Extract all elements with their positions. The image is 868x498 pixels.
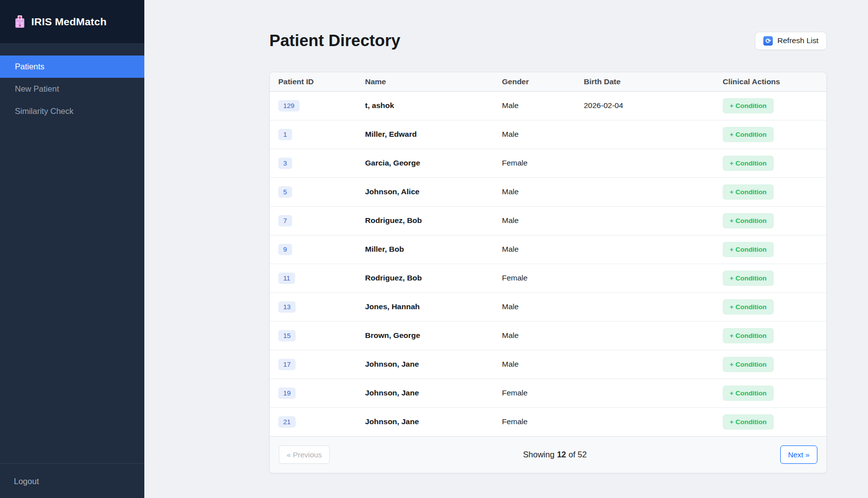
patient-birth-date [584, 264, 723, 292]
app-window: IRIS MedMatch Patients New Patient Simil… [0, 0, 868, 498]
showing-prefix: Showing [523, 450, 555, 459]
brand: IRIS MedMatch [0, 0, 144, 43]
sidebar-item-patients[interactable]: Patients [0, 55, 144, 78]
patient-gender: Male [502, 321, 584, 350]
patient-id-badge[interactable]: 9 [278, 244, 292, 255]
sidebar: IRIS MedMatch Patients New Patient Simil… [0, 0, 144, 498]
sidebar-item-new-patient[interactable]: New Patient [0, 78, 144, 100]
table-row: 7Rodriguez, BobMale+ Condition [270, 206, 826, 235]
sidebar-nav: Patients New Patient Similarity Check [0, 55, 144, 122]
patient-name: Jones, Hannah [365, 302, 420, 311]
page-header: Patient Directory ⟳ Refresh List [269, 31, 827, 50]
patient-birth-date [584, 177, 723, 206]
patient-birth-date [584, 149, 723, 177]
patient-gender: Female [502, 407, 584, 436]
pagination-bar: « Previous Showing 12 of 52 Next » [270, 436, 826, 473]
showing-count: 12 [557, 450, 566, 459]
brand-title: IRIS MedMatch [31, 16, 107, 28]
table-header-row: Patient ID Name Gender Birth Date Clinic… [270, 72, 826, 91]
patient-birth-date [584, 407, 723, 436]
patient-name: Johnson, Jane [365, 388, 419, 397]
add-condition-button[interactable]: + Condition [723, 156, 774, 171]
refresh-list-label: Refresh List [777, 36, 818, 45]
patient-birth-date [584, 379, 723, 407]
patient-id-badge[interactable]: 129 [278, 100, 300, 111]
showing-suffix: of 52 [568, 450, 587, 459]
patient-gender: Male [502, 206, 584, 235]
patient-gender: Female [502, 264, 584, 292]
logout-link[interactable]: Logout [14, 477, 39, 486]
patient-gender: Male [502, 292, 584, 321]
patient-id-badge[interactable]: 7 [278, 215, 292, 226]
table-row: 3Garcia, GeorgeFemale+ Condition [270, 149, 826, 177]
patient-name: t, ashok [365, 101, 394, 110]
add-condition-button[interactable]: + Condition [723, 271, 774, 286]
sidebar-footer: Logout [0, 463, 144, 498]
patient-gender: Male [502, 235, 584, 264]
patient-id-badge[interactable]: 5 [278, 186, 292, 198]
add-condition-button[interactable]: + Condition [723, 357, 774, 372]
patient-id-badge[interactable]: 21 [278, 416, 296, 428]
patient-name: Johnson, Jane [365, 417, 419, 426]
patient-id-badge[interactable]: 3 [278, 158, 292, 169]
patient-birth-date: 2026-02-04 [584, 91, 723, 120]
page-title: Patient Directory [269, 31, 400, 50]
patient-name: Miller, Bob [365, 245, 404, 253]
main-content: Patient Directory ⟳ Refresh List Patient… [144, 0, 868, 498]
hospital-icon [14, 15, 26, 28]
table-row: 21Johnson, JaneFemale+ Condition [270, 407, 826, 436]
col-birth-date: Birth Date [584, 72, 723, 91]
patient-birth-date [584, 292, 723, 321]
table-row: 129t, ashokMale2026-02-04+ Condition [270, 91, 826, 120]
patient-gender: Male [502, 350, 584, 379]
table-row: 1Miller, EdwardMale+ Condition [270, 120, 826, 149]
patient-id-badge[interactable]: 13 [278, 301, 296, 313]
table-row: 11Rodriguez, BobFemale+ Condition [270, 264, 826, 292]
patient-gender: Male [502, 177, 584, 206]
patient-name: Rodriguez, Bob [365, 216, 422, 224]
patient-birth-date [584, 350, 723, 379]
add-condition-button[interactable]: + Condition [723, 386, 774, 401]
add-condition-button[interactable]: + Condition [723, 299, 774, 315]
next-page-button[interactable]: Next » [780, 445, 817, 464]
patient-gender: Female [502, 149, 584, 177]
patient-id-badge[interactable]: 1 [278, 129, 292, 140]
patient-id-badge[interactable]: 15 [278, 330, 296, 341]
patient-table: Patient ID Name Gender Birth Date Clinic… [270, 72, 826, 436]
add-condition-button[interactable]: + Condition [723, 213, 774, 228]
add-condition-button[interactable]: + Condition [723, 328, 774, 343]
patient-table-card: Patient ID Name Gender Birth Date Clinic… [269, 72, 827, 473]
table-row: 13Jones, HannahMale+ Condition [270, 292, 826, 321]
col-gender: Gender [502, 72, 584, 91]
refresh-icon: ⟳ [763, 36, 773, 46]
col-clinical-actions: Clinical Actions [723, 72, 826, 91]
add-condition-button[interactable]: + Condition [723, 242, 774, 257]
refresh-list-button[interactable]: ⟳ Refresh List [755, 32, 827, 50]
table-row: 9Miller, BobMale+ Condition [270, 235, 826, 264]
patient-gender: Male [502, 91, 584, 120]
table-row: 15Brown, GeorgeMale+ Condition [270, 321, 826, 350]
table-row: 17Johnson, JaneMale+ Condition [270, 350, 826, 379]
add-condition-button[interactable]: + Condition [723, 98, 774, 113]
table-row: 5Johnson, AliceMale+ Condition [270, 177, 826, 206]
patient-name: Johnson, Jane [365, 360, 419, 368]
patient-birth-date [584, 321, 723, 350]
col-name: Name [365, 72, 502, 91]
patient-gender: Male [502, 120, 584, 149]
patient-id-badge[interactable]: 17 [278, 359, 296, 370]
patient-name: Brown, George [365, 331, 420, 339]
showing-text: Showing 12 of 52 [330, 450, 780, 459]
patient-birth-date [584, 206, 723, 235]
previous-page-button[interactable]: « Previous [279, 445, 330, 464]
patient-name: Miller, Edward [365, 130, 417, 138]
patient-id-badge[interactable]: 11 [278, 273, 295, 284]
table-row: 19Johnson, JaneFemale+ Condition [270, 379, 826, 407]
patient-name: Garcia, George [365, 159, 420, 167]
col-patient-id: Patient ID [270, 72, 365, 91]
add-condition-button[interactable]: + Condition [723, 184, 774, 200]
sidebar-item-similarity-check[interactable]: Similarity Check [0, 100, 144, 122]
patient-id-badge[interactable]: 19 [278, 387, 296, 399]
patient-table-body: 129t, ashokMale2026-02-04+ Condition1Mil… [270, 91, 826, 436]
add-condition-button[interactable]: + Condition [723, 127, 774, 142]
add-condition-button[interactable]: + Condition [723, 414, 774, 430]
